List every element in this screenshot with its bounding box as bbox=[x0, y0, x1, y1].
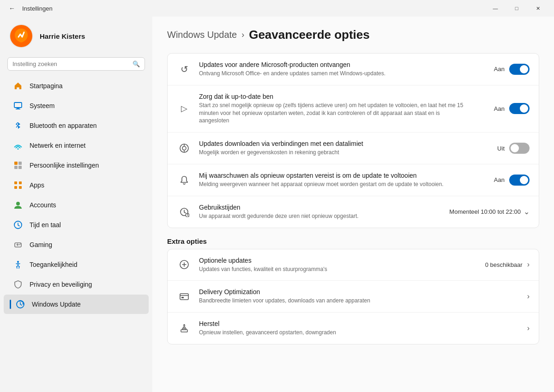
svg-rect-12 bbox=[14, 186, 17, 189]
sidebar-item-apps[interactable]: Apps bbox=[4, 175, 149, 195]
extra-opties-title: Extra opties bbox=[167, 237, 539, 245]
settings-card: ↺ Updates voor andere Microsoft-producte… bbox=[167, 53, 539, 228]
svg-marker-21 bbox=[22, 303, 24, 305]
sidebar-item-accounts[interactable]: Accounts bbox=[4, 195, 149, 215]
user-profile: Harrie Kisters bbox=[0, 17, 152, 57]
svg-marker-39 bbox=[183, 324, 186, 326]
setting-up-to-date-title: Zorg dat ik up-to-date ben bbox=[199, 93, 487, 100]
accessibility-icon bbox=[13, 259, 23, 270]
svg-rect-10 bbox=[14, 181, 17, 184]
setting-optionele-updates-title: Optionele updates bbox=[199, 257, 478, 264]
titlebar-left: ← Instellingen bbox=[6, 2, 53, 15]
setting-waarschuwen-title: Mij waarschuwen als opnieuw opstarten ve… bbox=[199, 172, 487, 179]
toggle-microsoft-products[interactable] bbox=[509, 64, 530, 75]
tijd-value: Momenteel 10:00 tot 22:00 bbox=[449, 208, 521, 215]
setting-waarschuwen-desc: Melding weergeven wanneer het apparaat o… bbox=[199, 181, 467, 188]
search-icon: 🔍 bbox=[132, 60, 140, 67]
user-name: Harrie Kisters bbox=[40, 32, 85, 40]
toggle-label-microsoft: Aan bbox=[494, 66, 505, 72]
sidebar-item-systeem[interactable]: Systeem bbox=[4, 96, 149, 115]
toggle-datalimiet[interactable] bbox=[509, 143, 530, 154]
breadcrumb-link[interactable]: Windows Update bbox=[167, 30, 237, 40]
setting-microsoft-products-control: Aan bbox=[494, 64, 530, 75]
optionele-updates-count: 0 beschikbaar bbox=[485, 261, 523, 268]
setting-gebruikstijden-title: Gebruikstijden bbox=[199, 204, 442, 211]
sidebar-item-persoonlijk[interactable]: Persoonlijke instellingen bbox=[4, 156, 149, 175]
sidebar-item-tijd[interactable]: Tijd en taal bbox=[4, 215, 149, 235]
delivery-icon bbox=[177, 289, 192, 304]
svg-rect-2 bbox=[14, 103, 22, 108]
sidebar-label-netwerk: Netwerk en internet bbox=[30, 142, 85, 149]
sidebar-item-bluetooth[interactable]: Bluetooth en apparaten bbox=[4, 116, 149, 135]
setting-delivery-text: Delivery Optimization Bandbreedte limiet… bbox=[199, 288, 520, 305]
svg-point-17 bbox=[19, 244, 20, 245]
setting-gebruikstijden-text: Gebruikstijden Uw apparaat wordt geduren… bbox=[199, 204, 442, 220]
setting-optionele-updates-desc: Updates van functies, kwaliteit en stuur… bbox=[199, 265, 467, 273]
svg-point-23 bbox=[182, 146, 186, 150]
sidebar-item-netwerk[interactable]: Netwerk en internet bbox=[4, 136, 149, 155]
svg-rect-6 bbox=[14, 162, 18, 165]
chevron-right-icon-optionele: › bbox=[527, 260, 530, 269]
sidebar-item-gaming[interactable]: Gaming bbox=[4, 235, 149, 254]
setting-up-to-date-control: Aan bbox=[494, 103, 530, 114]
svg-rect-34 bbox=[181, 297, 184, 298]
chevron-right-icon-herstel: › bbox=[527, 324, 530, 332]
sidebar-label-gaming: Gaming bbox=[30, 241, 52, 248]
setting-gebruikstijden-desc: Uw apparaat wordt gedurende deze uren ni… bbox=[199, 212, 442, 220]
setting-microsoft-products: ↺ Updates voor andere Microsoft-producte… bbox=[168, 54, 539, 85]
sidebar-label-apps: Apps bbox=[30, 181, 44, 189]
app-body: Harrie Kisters 🔍 Startpagina Systeem bbox=[0, 17, 554, 392]
toggle-label-waarschuwen: Aan bbox=[494, 176, 505, 183]
search-input[interactable] bbox=[12, 60, 129, 67]
setting-optionele-updates-control: 0 beschikbaar › bbox=[485, 260, 530, 269]
sidebar-item-startpagina[interactable]: Startpagina bbox=[4, 76, 149, 96]
sidebar-label-accounts: Accounts bbox=[30, 201, 56, 209]
data-icon bbox=[177, 141, 192, 156]
chevron-down-icon[interactable]: ⌄ bbox=[524, 207, 530, 216]
sidebar-label-persoonlijk: Persoonlijke instellingen bbox=[30, 162, 99, 169]
svg-rect-9 bbox=[18, 166, 22, 169]
setting-datalimiet-title: Updates downloaden via verbindingen met … bbox=[199, 140, 490, 147]
sidebar-item-toegankelijkheid[interactable]: Toegankelijkheid bbox=[4, 255, 149, 274]
chevron-right-icon-delivery: › bbox=[527, 292, 530, 301]
setting-delivery-optimization[interactable]: Delivery Optimization Bandbreedte limiet… bbox=[168, 281, 539, 313]
maximize-button[interactable]: □ bbox=[506, 0, 527, 17]
toggle-label-uptodate: Aan bbox=[494, 105, 505, 112]
setting-waarschuwen-text: Mij waarschuwen als opnieuw opstarten ve… bbox=[199, 172, 487, 188]
svg-point-18 bbox=[20, 244, 21, 245]
setting-delivery-control: › bbox=[527, 292, 530, 301]
setting-datalimiet-text: Updates downloaden via verbindingen met … bbox=[199, 140, 490, 157]
toggle-waarschuwen[interactable] bbox=[509, 175, 530, 186]
setting-waarschuwen: Mij waarschuwen als opnieuw opstarten ve… bbox=[168, 164, 539, 196]
back-button[interactable]: ← bbox=[6, 2, 18, 15]
toggle-up-to-date[interactable] bbox=[509, 103, 530, 114]
titlebar-controls: — □ ✕ bbox=[485, 0, 548, 17]
setting-optionele-updates[interactable]: Optionele updates Updates van functies, … bbox=[168, 249, 539, 281]
minimize-button[interactable]: — bbox=[485, 0, 506, 17]
setting-up-to-date-desc: Start zo snel mogelijk opnieuw op (zelfs… bbox=[199, 102, 467, 125]
toggle-label-datalimiet: Uit bbox=[497, 145, 505, 152]
system-icon bbox=[13, 101, 23, 111]
setting-gebruikstijden: Gebruikstijden Uw apparaat wordt geduren… bbox=[168, 196, 539, 228]
sidebar-item-windows-update[interactable]: Windows Update bbox=[4, 295, 149, 314]
search-box: 🔍 bbox=[7, 57, 145, 71]
setting-delivery-title: Delivery Optimization bbox=[199, 288, 520, 296]
setting-up-to-date: ▷ Zorg dat ik up-to-date ben Start zo sn… bbox=[168, 85, 539, 133]
setting-herstel[interactable]: Herstel Opnieuw instellen, geavanceerd o… bbox=[168, 313, 539, 344]
titlebar-title: Instellingen bbox=[22, 5, 53, 12]
network-icon bbox=[13, 140, 23, 151]
setting-herstel-text: Herstel Opnieuw instellen, geavanceerd o… bbox=[199, 320, 520, 337]
breadcrumb-current: Geavanceerde opties bbox=[249, 28, 370, 42]
setting-microsoft-products-desc: Ontvang Microsoft Office- en andere upda… bbox=[199, 70, 467, 78]
sidebar-label-startpagina: Startpagina bbox=[30, 82, 63, 90]
update-icon bbox=[15, 299, 25, 309]
svg-rect-13 bbox=[19, 186, 22, 189]
svg-rect-37 bbox=[183, 327, 185, 328]
sidebar-item-privacy[interactable]: Privacy en beveiliging bbox=[4, 275, 149, 294]
setting-microsoft-products-text: Updates voor andere Microsoft-producten … bbox=[199, 61, 487, 78]
setting-microsoft-products-title: Updates voor andere Microsoft-producten … bbox=[199, 61, 487, 68]
sidebar-label-tijd: Tijd en taal bbox=[30, 221, 61, 229]
personalize-icon bbox=[13, 160, 23, 170]
setting-optionele-updates-text: Optionele updates Updates van functies, … bbox=[199, 257, 478, 273]
close-button[interactable]: ✕ bbox=[527, 0, 548, 17]
